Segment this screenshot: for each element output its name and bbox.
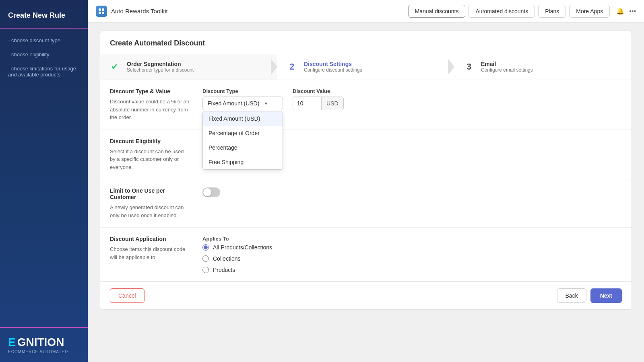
content: Create Automated Discount ✔ Order Segmen… (88, 23, 644, 362)
sidebar-title: Create New Rule (0, 0, 88, 29)
svg-rect-1 (102, 8, 104, 11)
limit-title: Limit to One Use per Customer (110, 187, 190, 200)
step-2-icon: 2 (285, 60, 298, 73)
radio-collections-label: Collections (213, 255, 240, 262)
check-icon: ✔ (111, 62, 118, 72)
more-apps-btn[interactable]: More Apps (569, 5, 610, 18)
discount-type-left: Discount Type & Value Discount value cou… (110, 88, 190, 121)
sidebar-item-eligibility[interactable]: - choose eligibility (0, 47, 88, 62)
step-2-title: Discount Settings (304, 61, 362, 67)
option-percentage[interactable]: Percentage (203, 140, 283, 155)
automated-discounts-btn[interactable]: Automated discounts (469, 5, 535, 18)
discount-type-right: Discount Type Fixed Amount (USD) ▼ Fixed… (202, 88, 622, 121)
step-2-subtitle: Configure discount settings (304, 67, 362, 73)
radio-all-products[interactable]: All Products/Collections (202, 244, 272, 251)
step-3-text: Email Configure email settings (481, 61, 533, 73)
back-button[interactable]: Back (557, 288, 586, 303)
radio-products[interactable]: Products (202, 267, 272, 273)
step-3: 3 Email Configure email settings (454, 54, 632, 80)
topbar: Auto Rewards Toolkit Manual discounts Au… (88, 0, 644, 23)
radio-products-label: Products (213, 267, 235, 273)
option-fixed-amount[interactable]: Fixed Amount (USD) (203, 111, 283, 126)
discount-type-field: Discount Type Fixed Amount (USD) ▼ Fixed… (202, 88, 283, 110)
svg-rect-0 (99, 8, 101, 11)
app-name: Auto Rewards Toolkit (111, 8, 168, 14)
step-3-icon: 3 (462, 60, 475, 73)
selected-type-label: Fixed Amount (USD) (208, 100, 259, 107)
card-footer: Cancel Back Next (100, 282, 632, 309)
step-3-number: 3 (466, 62, 471, 72)
application-left: Discount Application Choose items this d… (110, 236, 190, 261)
discount-type-dropdown-container: Fixed Amount (USD) ▼ Fixed Amount (USD) … (202, 97, 283, 110)
main: Auto Rewards Toolkit Manual discounts Au… (88, 0, 644, 362)
sidebar-logo: E GNITION ECOMMERCE AUTOMATED (0, 327, 88, 362)
topbar-left: Auto Rewards Toolkit (96, 6, 168, 17)
step-1-subtitle: Select order type for a discount (127, 67, 194, 73)
radio-collections-input[interactable] (202, 255, 209, 262)
svg-rect-2 (99, 12, 101, 14)
topbar-right: Manual discounts Automated discounts Pla… (408, 5, 636, 18)
discount-type-section-desc: Discount value could be a % or an absolu… (110, 98, 190, 121)
option-percentage-order[interactable]: Percentage of Order (203, 126, 283, 140)
logo-gnition: GNITION (17, 336, 64, 349)
discount-value-input-group: USD (293, 97, 344, 110)
discount-type-menu: Fixed Amount (USD) Percentage of Order P… (202, 111, 283, 170)
bell-icon[interactable]: 🔔 (616, 7, 624, 15)
plans-btn[interactable]: Plans (538, 5, 566, 18)
sidebar-item-discount-type[interactable]: - choose discount type (0, 33, 88, 47)
logo-sub: ECOMMERCE AUTOMATED (8, 350, 80, 354)
topbar-icons: 🔔 ••• (616, 7, 636, 15)
currency-label: USD (321, 97, 343, 110)
footer-right: Back Next (557, 288, 622, 303)
more-icon[interactable]: ••• (629, 8, 636, 15)
main-card: Create Automated Discount ✔ Order Segmen… (100, 31, 632, 310)
eligibility-title: Discount Eligibility (110, 138, 190, 144)
limit-toggle[interactable] (202, 187, 220, 197)
application-right: Applies To All Products/Collections Coll… (202, 236, 622, 273)
discount-value-input[interactable] (293, 97, 321, 110)
sidebar-item-limitations[interactable]: - choose limitations for usage and avail… (0, 62, 88, 82)
step-3-title: Email (481, 61, 533, 67)
applies-to-group: Applies To All Products/Collections Coll… (202, 236, 272, 273)
discount-value-label: Discount Value (293, 88, 344, 94)
card-title: Create Automated Discount (100, 31, 632, 47)
steps-header: ✔ Order Segmentation Select order type f… (100, 54, 632, 80)
dropdown-arrow-icon: ▼ (264, 101, 268, 106)
manual-discounts-btn[interactable]: Manual discounts (408, 5, 466, 18)
radio-all-products-label: All Products/Collections (213, 244, 272, 251)
logo-e: E (8, 336, 16, 349)
discount-type-label: Discount Type (202, 88, 283, 94)
next-button[interactable]: Next (590, 288, 622, 303)
step-2: 2 Discount Settings Configure discount s… (277, 54, 454, 80)
discount-type-section-title: Discount Type & Value (110, 88, 190, 95)
radio-all-products-input[interactable] (202, 244, 209, 251)
sidebar-nav: - choose discount type - choose eligibil… (0, 29, 88, 327)
step-1-title: Order Segmentation (127, 61, 194, 67)
step-1-text: Order Segmentation Select order type for… (127, 61, 194, 73)
step-1-icon: ✔ (108, 60, 121, 73)
limit-left: Limit to One Use per Customer A newly ge… (110, 187, 190, 219)
eligibility-left: Discount Eligibility Select if a discoun… (110, 138, 190, 171)
cancel-button[interactable]: Cancel (110, 288, 144, 303)
limit-one-use-section: Limit to One Use per Customer A newly ge… (100, 179, 632, 228)
app-icon (96, 6, 107, 17)
radio-group: All Products/Collections Collections Pro… (202, 244, 272, 273)
discount-type-dropdown[interactable]: Fixed Amount (USD) ▼ (202, 97, 283, 110)
option-free-shipping[interactable]: Free Shipping (203, 155, 283, 169)
eligibility-desc: Select if a discount can be used by a sp… (110, 148, 190, 171)
limit-desc: A newly generated discount can only be u… (110, 204, 190, 219)
radio-products-input[interactable] (202, 267, 209, 273)
step-1: ✔ Order Segmentation Select order type f… (100, 54, 277, 80)
application-desc: Choose items this discount code will be … (110, 245, 190, 261)
step-3-subtitle: Configure email settings (481, 67, 533, 73)
application-title: Discount Application (110, 236, 190, 242)
step-2-number: 2 (289, 62, 294, 72)
sidebar: Create New Rule - choose discount type -… (0, 0, 88, 362)
radio-collections[interactable]: Collections (202, 255, 272, 262)
discount-eligibility-section: Discount Eligibility Select if a discoun… (100, 130, 632, 180)
step-2-text: Discount Settings Configure discount set… (304, 61, 362, 73)
limit-right (202, 187, 622, 197)
applies-to-label: Applies To (202, 236, 272, 242)
discount-type-section: Discount Type & Value Discount value cou… (100, 80, 632, 130)
discount-value-field: Discount Value USD (293, 88, 344, 110)
